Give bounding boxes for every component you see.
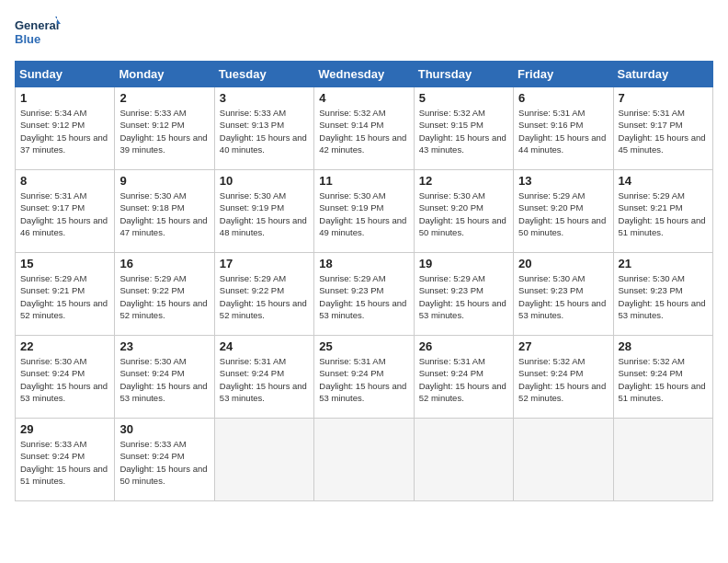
day-number: 1 — [20, 91, 109, 105]
calendar-cell — [613, 419, 712, 501]
calendar-cell: 22Sunrise: 5:30 AMSunset: 9:24 PMDayligh… — [16, 336, 115, 419]
week-row-4: 22Sunrise: 5:30 AMSunset: 9:24 PMDayligh… — [16, 336, 713, 419]
calendar-cell: 21Sunrise: 5:30 AMSunset: 9:23 PMDayligh… — [613, 253, 712, 336]
logo: General Blue — [15, 15, 61, 52]
calendar-cell: 12Sunrise: 5:30 AMSunset: 9:20 PMDayligh… — [414, 170, 513, 253]
calendar-header-row: SundayMondayTuesdayWednesdayThursdayFrid… — [16, 62, 713, 87]
day-number: 19 — [419, 257, 508, 270]
calendar-cell: 27Sunrise: 5:32 AMSunset: 9:24 PMDayligh… — [514, 336, 613, 419]
day-info: Sunrise: 5:30 AMSunset: 9:18 PMDaylight:… — [119, 190, 209, 238]
week-row-3: 15Sunrise: 5:29 AMSunset: 9:21 PMDayligh… — [16, 253, 713, 336]
calendar-header-saturday: Saturday — [613, 62, 712, 87]
day-number: 8 — [20, 174, 109, 188]
day-info: Sunrise: 5:29 AMSunset: 9:23 PMDaylight:… — [419, 272, 508, 321]
day-number: 11 — [319, 174, 408, 188]
day-info: Sunrise: 5:29 AMSunset: 9:23 PMDaylight:… — [319, 272, 408, 321]
calendar-header-thursday: Thursday — [414, 62, 513, 87]
day-number: 13 — [518, 174, 608, 188]
day-info: Sunrise: 5:33 AMSunset: 9:24 PMDaylight:… — [119, 438, 209, 487]
calendar-cell: 17Sunrise: 5:29 AMSunset: 9:22 PMDayligh… — [214, 253, 313, 336]
day-number: 10 — [220, 174, 309, 188]
day-number: 23 — [119, 339, 209, 353]
day-info: Sunrise: 5:31 AMSunset: 9:24 PMDaylight:… — [419, 355, 508, 404]
day-info: Sunrise: 5:32 AMSunset: 9:24 PMDaylight:… — [619, 355, 708, 404]
day-number: 17 — [220, 257, 309, 270]
day-info: Sunrise: 5:30 AMSunset: 9:23 PMDaylight:… — [518, 272, 608, 321]
day-info: Sunrise: 5:31 AMSunset: 9:16 PMDaylight:… — [518, 107, 608, 155]
calendar-cell: 13Sunrise: 5:29 AMSunset: 9:20 PMDayligh… — [514, 170, 613, 253]
day-info: Sunrise: 5:30 AMSunset: 9:23 PMDaylight:… — [619, 272, 708, 321]
calendar-header-friday: Friday — [514, 62, 613, 87]
day-info: Sunrise: 5:33 AMSunset: 9:13 PMDaylight:… — [220, 107, 309, 155]
calendar-cell — [414, 419, 513, 501]
day-number: 12 — [419, 174, 508, 188]
calendar-cell: 24Sunrise: 5:31 AMSunset: 9:24 PMDayligh… — [214, 336, 313, 419]
day-number: 9 — [119, 174, 209, 188]
calendar-cell: 14Sunrise: 5:29 AMSunset: 9:21 PMDayligh… — [613, 170, 712, 253]
day-info: Sunrise: 5:33 AMSunset: 9:24 PMDaylight:… — [20, 438, 109, 487]
calendar-cell — [514, 419, 613, 501]
day-number: 14 — [619, 174, 708, 188]
day-info: Sunrise: 5:32 AMSunset: 9:15 PMDaylight:… — [419, 107, 508, 155]
day-info: Sunrise: 5:29 AMSunset: 9:22 PMDaylight:… — [220, 272, 309, 321]
svg-text:General: General — [15, 18, 59, 32]
day-info: Sunrise: 5:29 AMSunset: 9:20 PMDaylight:… — [518, 190, 608, 238]
day-number: 20 — [518, 257, 608, 270]
day-number: 22 — [20, 339, 109, 353]
day-info: Sunrise: 5:30 AMSunset: 9:24 PMDaylight:… — [20, 355, 109, 404]
calendar-cell: 20Sunrise: 5:30 AMSunset: 9:23 PMDayligh… — [514, 253, 613, 336]
week-row-2: 8Sunrise: 5:31 AMSunset: 9:17 PMDaylight… — [16, 170, 713, 253]
calendar-cell: 26Sunrise: 5:31 AMSunset: 9:24 PMDayligh… — [414, 336, 513, 419]
day-number: 18 — [319, 257, 408, 270]
day-number: 30 — [119, 422, 209, 436]
calendar-header-monday: Monday — [115, 62, 214, 87]
calendar-cell: 29Sunrise: 5:33 AMSunset: 9:24 PMDayligh… — [16, 419, 115, 501]
day-number: 2 — [119, 91, 209, 105]
calendar-cell: 8Sunrise: 5:31 AMSunset: 9:17 PMDaylight… — [16, 170, 115, 253]
day-info: Sunrise: 5:30 AMSunset: 9:19 PMDaylight:… — [319, 190, 408, 238]
day-info: Sunrise: 5:29 AMSunset: 9:22 PMDaylight:… — [119, 272, 209, 321]
calendar-header-sunday: Sunday — [16, 62, 115, 87]
day-info: Sunrise: 5:29 AMSunset: 9:21 PMDaylight:… — [619, 190, 708, 238]
week-row-1: 1Sunrise: 5:34 AMSunset: 9:12 PMDaylight… — [16, 87, 713, 170]
day-number: 7 — [619, 91, 708, 105]
calendar-cell — [214, 419, 313, 501]
day-number: 25 — [319, 339, 408, 353]
day-info: Sunrise: 5:30 AMSunset: 9:19 PMDaylight:… — [220, 190, 309, 238]
day-number: 27 — [518, 339, 608, 353]
day-number: 5 — [419, 91, 508, 105]
calendar-table: SundayMondayTuesdayWednesdayThursdayFrid… — [15, 61, 713, 501]
day-info: Sunrise: 5:32 AMSunset: 9:14 PMDaylight:… — [319, 107, 408, 155]
week-row-5: 29Sunrise: 5:33 AMSunset: 9:24 PMDayligh… — [16, 419, 713, 501]
calendar-cell: 15Sunrise: 5:29 AMSunset: 9:21 PMDayligh… — [16, 253, 115, 336]
day-number: 15 — [20, 257, 109, 270]
day-info: Sunrise: 5:33 AMSunset: 9:12 PMDaylight:… — [119, 107, 209, 155]
calendar-cell: 5Sunrise: 5:32 AMSunset: 9:15 PMDaylight… — [414, 87, 513, 170]
logo-svg: General Blue — [15, 15, 61, 52]
day-info: Sunrise: 5:31 AMSunset: 9:17 PMDaylight:… — [619, 107, 708, 155]
day-info: Sunrise: 5:34 AMSunset: 9:12 PMDaylight:… — [20, 107, 109, 155]
calendar-header-wednesday: Wednesday — [314, 62, 414, 87]
day-info: Sunrise: 5:32 AMSunset: 9:24 PMDaylight:… — [518, 355, 608, 404]
calendar-cell: 23Sunrise: 5:30 AMSunset: 9:24 PMDayligh… — [115, 336, 214, 419]
header: General Blue — [15, 15, 713, 52]
calendar-cell: 11Sunrise: 5:30 AMSunset: 9:19 PMDayligh… — [314, 170, 414, 253]
day-number: 26 — [419, 339, 508, 353]
calendar-cell — [314, 419, 414, 501]
day-number: 29 — [20, 422, 109, 436]
calendar-cell: 10Sunrise: 5:30 AMSunset: 9:19 PMDayligh… — [214, 170, 313, 253]
calendar-cell: 4Sunrise: 5:32 AMSunset: 9:14 PMDaylight… — [314, 87, 414, 170]
calendar-cell: 9Sunrise: 5:30 AMSunset: 9:18 PMDaylight… — [115, 170, 214, 253]
calendar-cell: 16Sunrise: 5:29 AMSunset: 9:22 PMDayligh… — [115, 253, 214, 336]
day-number: 6 — [518, 91, 608, 105]
calendar-cell: 28Sunrise: 5:32 AMSunset: 9:24 PMDayligh… — [613, 336, 712, 419]
calendar-cell: 30Sunrise: 5:33 AMSunset: 9:24 PMDayligh… — [115, 419, 214, 501]
day-info: Sunrise: 5:31 AMSunset: 9:24 PMDaylight:… — [319, 355, 408, 404]
day-number: 16 — [119, 257, 209, 270]
day-number: 4 — [319, 91, 408, 105]
day-info: Sunrise: 5:29 AMSunset: 9:21 PMDaylight:… — [20, 272, 109, 321]
day-number: 24 — [220, 339, 309, 353]
day-info: Sunrise: 5:31 AMSunset: 9:17 PMDaylight:… — [20, 190, 109, 238]
day-info: Sunrise: 5:31 AMSunset: 9:24 PMDaylight:… — [220, 355, 309, 404]
calendar-cell: 6Sunrise: 5:31 AMSunset: 9:16 PMDaylight… — [514, 87, 613, 170]
